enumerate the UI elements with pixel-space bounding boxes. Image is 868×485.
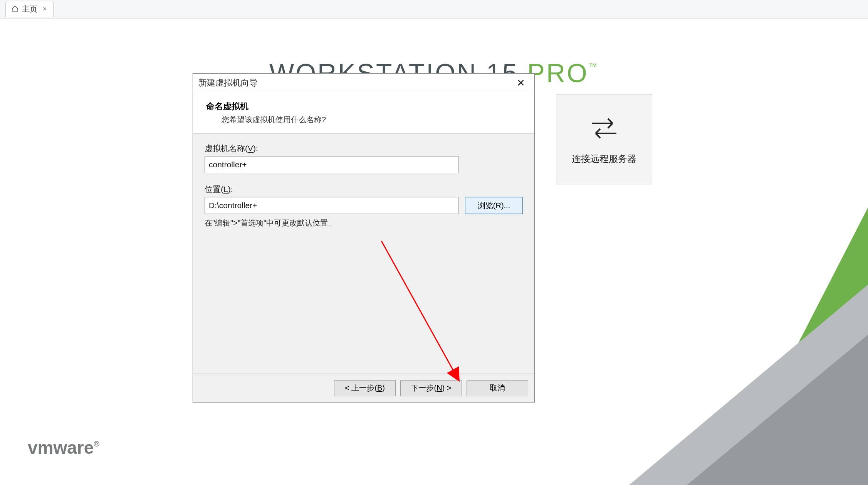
browse-pre: 浏览(	[478, 201, 496, 210]
vmware-logo: vmware®	[28, 437, 99, 458]
new-vm-wizard-dialog: 新建虚拟机向导 ✕ 命名虚拟机 您希望该虚拟机使用什么名称? 虚拟机名称(V):…	[193, 73, 535, 402]
card-connect-remote[interactable]: 连接远程服务器	[556, 94, 652, 185]
product-title-tm: ™	[589, 62, 599, 71]
home-icon	[11, 5, 19, 13]
wizard-title: 新建虚拟机向导	[198, 77, 258, 89]
vm-loc-label-pre: 位置(	[205, 185, 223, 194]
vm-name-label-u: V	[248, 144, 253, 153]
next-button[interactable]: 下一步(N) >	[400, 380, 462, 396]
wizard-footer: < 上一步(B) 下一步(N) > 取消	[193, 374, 534, 402]
browse-button[interactable]: 浏览(R)...	[465, 197, 523, 214]
next-post: ) >	[442, 384, 452, 392]
wizard-body: 虚拟机名称(V): 位置(L): 浏览(R)... 在"编辑">"首选项"中可更…	[193, 134, 534, 374]
vm-location-input[interactable]	[205, 197, 459, 214]
back-button[interactable]: < 上一步(B)	[334, 380, 396, 396]
vmware-logo-text: vmware	[28, 438, 94, 458]
tab-close-icon[interactable]: ×	[43, 5, 47, 13]
vm-loc-label-post: ):	[228, 185, 233, 194]
browse-u: R	[495, 201, 501, 210]
vm-name-label: 虚拟机名称(V):	[205, 143, 523, 154]
cancel-label: 取消	[490, 384, 505, 392]
wizard-subheading: 您希望该虚拟机使用什么名称?	[206, 115, 521, 125]
card-remote-label: 连接远程服务器	[572, 153, 636, 165]
vm-name-label-post: ):	[253, 144, 258, 153]
vm-loc-label-u: L	[223, 185, 228, 194]
vmware-logo-reg: ®	[94, 440, 99, 448]
back-post: )	[382, 384, 385, 392]
back-u: B	[377, 384, 382, 392]
next-u: N	[437, 384, 442, 392]
next-pre: 下一步(	[411, 384, 437, 392]
wizard-header: 命名虚拟机 您希望该虚拟机使用什么名称?	[193, 92, 534, 133]
browse-post: )...	[501, 201, 510, 210]
vm-location-label: 位置(L):	[205, 184, 523, 195]
transfer-icon	[589, 115, 620, 142]
wizard-heading: 命名虚拟机	[206, 101, 521, 112]
vm-name-label-pre: 虚拟机名称(	[205, 144, 248, 153]
close-icon[interactable]: ✕	[513, 76, 529, 89]
cancel-button[interactable]: 取消	[467, 380, 528, 396]
back-pre: < 上一步(	[345, 384, 377, 392]
tab-home[interactable]: 主页 ×	[5, 1, 54, 17]
vm-name-input[interactable]	[205, 156, 459, 173]
tab-strip: 主页 ×	[0, 0, 868, 19]
location-hint: 在"编辑">"首选项"中可更改默认位置。	[205, 218, 523, 228]
product-title-pro: PRO	[527, 58, 589, 88]
decor-triangle-grey-front	[687, 335, 868, 485]
wizard-titlebar: 新建虚拟机向导 ✕	[193, 74, 534, 92]
tab-home-label: 主页	[22, 4, 37, 14]
